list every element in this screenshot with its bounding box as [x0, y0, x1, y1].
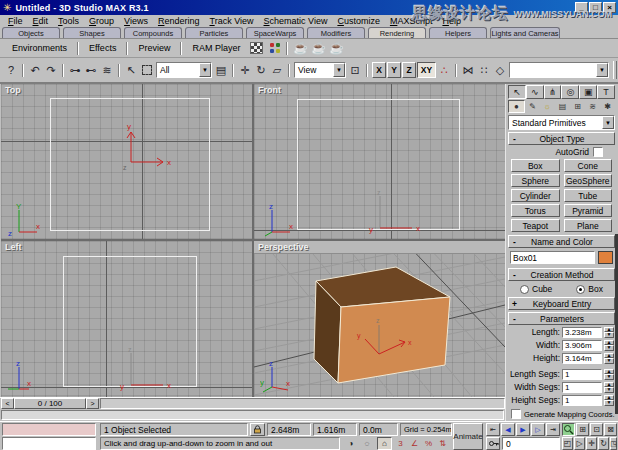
field-of-view-button[interactable]: ▷ [574, 437, 585, 450]
geometry-category-button[interactable]: ● [508, 100, 525, 113]
menu-maxscript[interactable]: MAXScript [385, 16, 438, 26]
select-and-scale-button[interactable]: ▱ [269, 61, 285, 79]
viewport-perspective-label[interactable]: Perspective [258, 242, 309, 252]
crossing-selection-toggle-button[interactable]: ◌ [360, 437, 374, 450]
width-segs-spinner[interactable]: ▲▼ [604, 382, 614, 393]
menu-file[interactable]: File [3, 16, 28, 26]
array-button[interactable]: ∷ [476, 61, 492, 79]
unlink-selection-button[interactable]: ⊷ [83, 61, 99, 79]
named-selections-dropdown[interactable]: ▼ [509, 62, 609, 78]
spinner-snap-button[interactable]: ⇅ [436, 437, 449, 450]
box-radio[interactable]: Box [576, 284, 603, 294]
name-color-rollout[interactable]: - Name and Color [508, 235, 615, 248]
object-type-rollout[interactable]: - Object Type [508, 132, 615, 145]
viewport-perspective[interactable]: z x y Perspective z y x [254, 241, 505, 397]
viewport-left[interactable]: Left z x y z x [1, 241, 252, 397]
cone-button[interactable]: Cone [564, 159, 613, 172]
viewport-top[interactable]: Top y x z Y x z [1, 84, 252, 239]
width-field[interactable]: 3.906m [562, 340, 602, 351]
select-and-rotate-button[interactable]: ↻ [253, 61, 269, 79]
tab-particles[interactable]: Particles [185, 27, 243, 38]
shapes-category-button[interactable]: ✎ [525, 100, 540, 113]
close-button[interactable]: × [603, 2, 616, 13]
time-slider-left-arrow[interactable]: < [1, 398, 14, 409]
time-slider-handle[interactable]: 0 / 100 [14, 398, 86, 409]
coord-system-dropdown[interactable]: View▼ [294, 62, 346, 78]
viewport-front[interactable]: Front z x y z x [254, 84, 505, 239]
dropdown-arrow-icon[interactable]: ▼ [199, 63, 211, 77]
cube-radio[interactable]: Cube [520, 284, 552, 294]
utilities-tab[interactable]: T [597, 85, 615, 99]
cameras-category-button[interactable]: ▤ [555, 100, 570, 113]
selection-lock-button[interactable] [250, 423, 265, 436]
environments-button[interactable]: Environments [5, 43, 74, 53]
keyboard-entry-rollout[interactable]: + Keyboard Entry [508, 297, 615, 310]
zoom-button[interactable] [562, 423, 575, 436]
coord-z-field[interactable]: 0.0m [359, 423, 398, 436]
systems-category-button[interactable]: ✱ [600, 100, 615, 113]
height-spinner[interactable]: ▲▼ [604, 353, 614, 364]
select-by-name-button[interactable]: ▤ [213, 61, 229, 79]
menu-rendering[interactable]: Rendering [153, 16, 205, 26]
length-segs-field[interactable]: 1 [562, 369, 602, 380]
select-object-button[interactable]: ↖ [123, 61, 139, 79]
frame-number-field[interactable]: 0 [502, 437, 560, 450]
viewport-front-label[interactable]: Front [258, 85, 281, 95]
tab-rendering[interactable]: Rendering [368, 27, 426, 38]
pan-button[interactable]: ✛ [586, 437, 597, 450]
arc-rotate-button[interactable]: ↻ [598, 437, 609, 450]
select-and-move-button[interactable]: ✛ [237, 61, 253, 79]
selection-region-button[interactable] [139, 61, 155, 79]
mirror-button[interactable]: ⋈ [460, 61, 476, 79]
time-slider-track[interactable] [100, 398, 505, 409]
bind-to-spacewarp-button[interactable]: ≋ [99, 61, 115, 79]
tab-compounds[interactable]: Compounds [124, 27, 182, 38]
plane-button[interactable]: Plane [564, 219, 613, 232]
parameters-rollout[interactable]: - Parameters [508, 312, 615, 325]
dropdown-arrow-icon[interactable]: ▼ [596, 63, 608, 77]
previous-frame-button[interactable]: ◀ [501, 423, 515, 436]
undo-button[interactable]: ↶ [27, 61, 43, 79]
menu-views[interactable]: Views [119, 16, 153, 26]
selection-filter-dropdown[interactable]: All▼ [156, 62, 212, 78]
object-color-swatch[interactable] [598, 251, 613, 264]
region-zoom-button[interactable]: ◰ [562, 437, 573, 450]
tab-helpers[interactable]: Helpers [429, 27, 487, 38]
menu-help[interactable]: Help [437, 16, 466, 26]
tab-modifiers[interactable]: Modifiers [307, 27, 365, 38]
lights-category-button[interactable]: ☼ [540, 100, 555, 113]
coord-y-field[interactable]: 1.616m [313, 423, 357, 436]
select-and-link-button[interactable]: ⊶ [67, 61, 83, 79]
restrict-x-button[interactable]: X [372, 62, 386, 78]
box-button[interactable]: Box [511, 159, 560, 172]
next-frame-button[interactable]: ▷ [531, 423, 545, 436]
create-tab[interactable]: ↖ [508, 85, 526, 99]
time-slider-right-arrow[interactable]: > [86, 398, 99, 409]
teapot-button[interactable]: Teapot [511, 219, 560, 232]
modify-tab[interactable]: ∿ [526, 85, 544, 99]
material-editor-button[interactable] [248, 41, 264, 56]
hierarchy-tab[interactable]: ⋔ [544, 85, 562, 99]
snap-home-grid-button[interactable]: ⌂ [377, 437, 392, 450]
viewport-top-label[interactable]: Top [5, 85, 21, 95]
toolbar-grip[interactable] [613, 61, 617, 79]
height-segs-field[interactable]: 1 [562, 395, 602, 406]
go-to-end-button[interactable]: ⇥ [546, 423, 560, 436]
torus-button[interactable]: Torus [511, 204, 560, 217]
zoom-extents-button[interactable]: ⊡ [590, 423, 603, 436]
maxscript-mini-listener-macro[interactable] [2, 423, 96, 436]
display-tab[interactable]: ▣ [579, 85, 597, 99]
redo-button[interactable]: ↷ [43, 61, 59, 79]
render-last-button[interactable]: ☕ [328, 41, 344, 56]
sphere-button[interactable]: Sphere [511, 174, 560, 187]
zoom-all-button[interactable]: ⊞ [576, 423, 589, 436]
height-field[interactable]: 3.164m [562, 353, 602, 364]
tab-objects[interactable]: Objects [2, 27, 60, 38]
menu-track-view[interactable]: Track View [204, 16, 258, 26]
quick-render-button[interactable]: ☕ [310, 41, 326, 56]
play-button[interactable]: ▶ [516, 423, 530, 436]
width-segs-field[interactable]: 1 [562, 382, 602, 393]
length-spinner[interactable]: ▲▼ [604, 327, 614, 338]
key-mode-button[interactable] [486, 437, 500, 450]
use-center-button[interactable]: ⊡ [347, 61, 363, 79]
